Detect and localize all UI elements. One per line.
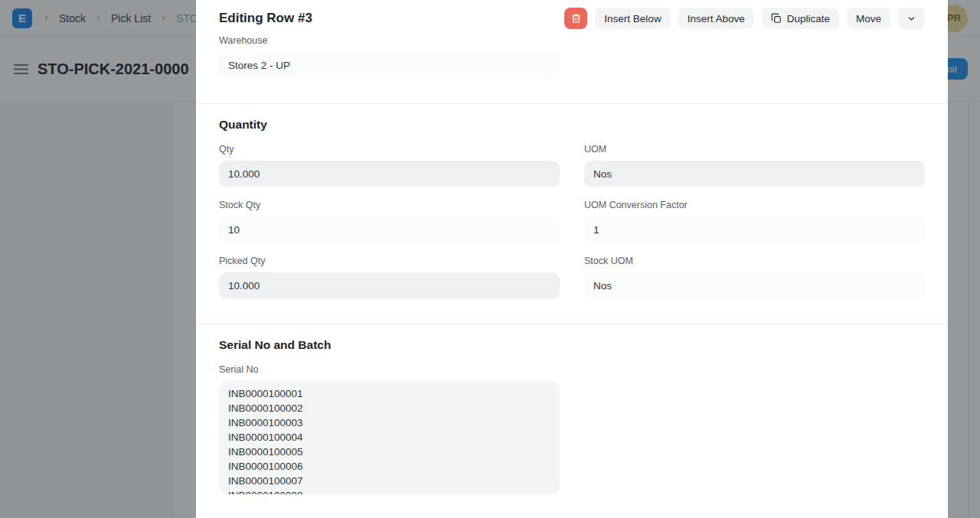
warehouse-section: Warehouse Stores 2 - UP [219,35,925,78]
section-divider [196,103,948,104]
more-actions-button[interactable] [898,8,925,29]
trash-icon [571,13,581,24]
picked-qty-label: Picked Qty [219,256,560,266]
quantity-section-heading: Quantity [219,118,925,132]
quantity-section: Qty 10.000 UOM Nos Stock Qty 10 UOM Conv… [219,144,925,298]
modal-toolbar: Insert Below Insert Above Duplicate Move [564,8,925,29]
modal-body: Warehouse Stores 2 - UP Quantity Qty 10.… [196,29,948,494]
editing-row-modal: Editing Row #3 Insert Below Insert Above… [196,0,948,518]
stock-qty-label: Stock Qty [219,200,560,210]
delete-row-button[interactable] [564,8,587,29]
section-divider [196,324,948,324]
insert-above-button[interactable]: Insert Above [678,8,754,29]
qty-input[interactable]: 10.000 [219,161,560,187]
picked-qty-field: Picked Qty 10.000 [219,256,560,298]
qty-field: Qty 10.000 [219,144,560,187]
serial-no-label: Serial No [219,364,560,375]
duplicate-button[interactable]: Duplicate [762,8,839,29]
modal-header: Editing Row #3 Insert Below Insert Above… [196,0,948,29]
uom-conversion-factor-input[interactable]: 1 [584,217,925,243]
uom-conversion-factor-field: UOM Conversion Factor 1 [584,200,925,243]
serial-batch-section-heading: Serial No and Batch [219,338,925,352]
copy-icon [771,13,782,24]
insert-below-button[interactable]: Insert Below [595,8,670,29]
move-button[interactable]: Move [847,8,890,29]
serial-no-field: Serial No INB0000100001 INB0000100002 IN… [219,364,560,494]
stock-uom-field: Stock UOM Nos [584,256,925,298]
stock-uom-input[interactable]: Nos [584,272,925,298]
picked-qty-input[interactable]: 10.000 [219,272,560,298]
stock-uom-label: Stock UOM [584,256,925,266]
warehouse-input[interactable]: Stores 2 - UP [219,52,560,78]
duplicate-button-label: Duplicate [787,13,830,24]
warehouse-label: Warehouse [219,35,560,46]
modal-title: Editing Row #3 [219,11,312,26]
uom-label: UOM [584,144,925,155]
uom-field: UOM Nos [584,144,925,187]
uom-input[interactable]: Nos [584,161,925,187]
qty-label: Qty [219,144,560,155]
warehouse-field: Warehouse Stores 2 - UP [219,35,560,78]
serial-batch-section: Serial No INB0000100001 INB0000100002 IN… [219,364,925,494]
stock-qty-field: Stock Qty 10 [219,200,560,243]
chevron-down-icon [906,14,916,24]
uom-conversion-factor-label: UOM Conversion Factor [584,200,925,210]
stock-qty-input[interactable]: 10 [219,217,560,243]
serial-no-textarea[interactable]: INB0000100001 INB0000100002 INB000010000… [219,381,560,494]
